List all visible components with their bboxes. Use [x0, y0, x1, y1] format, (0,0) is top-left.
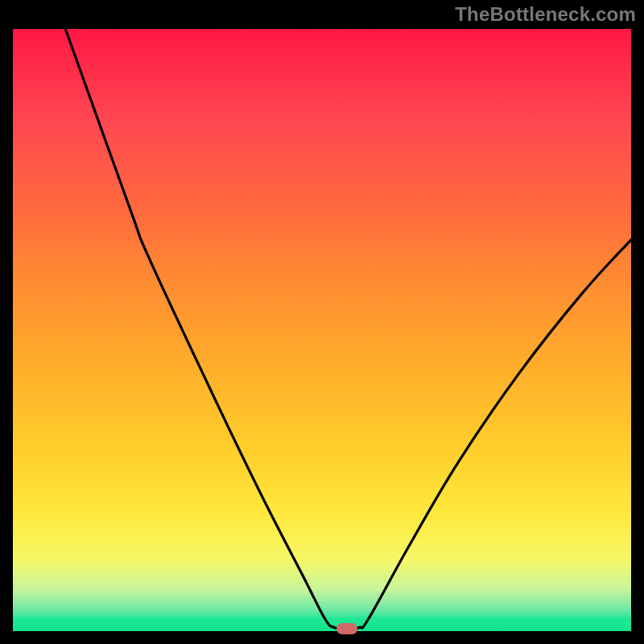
bottleneck-curve	[13, 29, 631, 631]
chart-frame: TheBottleneck.com	[0, 0, 644, 644]
watermark-text: TheBottleneck.com	[455, 3, 636, 26]
optimal-point-marker	[336, 623, 357, 634]
plot-area	[13, 29, 631, 631]
